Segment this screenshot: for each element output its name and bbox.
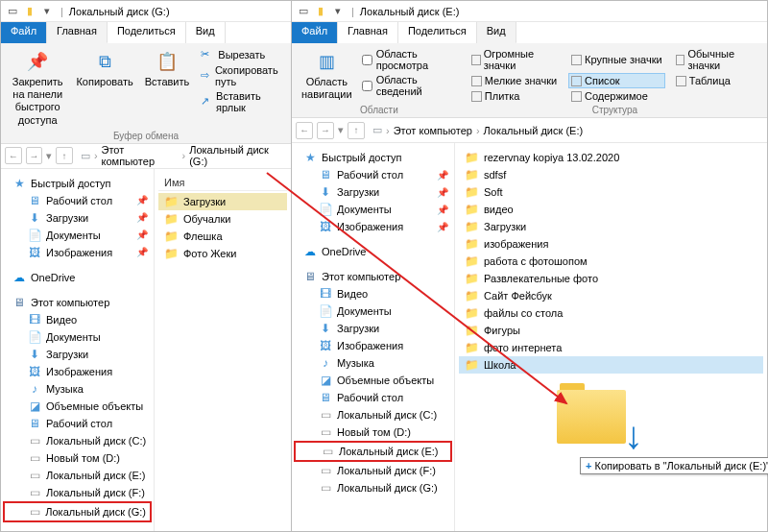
tree-item[interactable]: ▭Локальный диск (G:) <box>3 501 152 522</box>
view-option[interactable]: Обычные значки <box>673 47 761 72</box>
nav-pane-button[interactable]: ▥Область навигации <box>298 47 356 103</box>
nav-forward-button[interactable]: → <box>317 122 334 139</box>
tree-item[interactable]: ▭Новый том (D:) <box>3 449 152 467</box>
tree-item[interactable]: ⬇Загрузки📌 <box>294 183 452 201</box>
breadcrumb[interactable]: ▭ › Этот компьютер › Локальный диск (G:) <box>81 144 287 167</box>
column-header-name[interactable]: Имя <box>158 175 287 191</box>
tab-home[interactable]: Главная <box>338 22 398 43</box>
crumb[interactable]: Этот компьютер <box>102 144 179 167</box>
tab-view[interactable]: Вид <box>477 22 516 43</box>
list-item[interactable]: 📁файлы со стола <box>459 304 763 322</box>
list-item[interactable]: 📁Сайт Фейсбук <box>459 287 763 304</box>
tree-this-pc[interactable]: 🖥Этот компьютер <box>3 294 152 311</box>
nav-tree[interactable]: ★Быстрый доступ🖥Рабочий стол📌⬇Загрузки📌📄… <box>292 143 455 531</box>
tree-item[interactable]: ▭Локальный диск (F:) <box>294 462 452 479</box>
tree-item[interactable]: ◪Объемные объекты <box>294 372 452 389</box>
list-item[interactable]: 📁Soft <box>459 183 763 201</box>
details-pane-check[interactable]: Область сведений <box>360 73 461 98</box>
crumb[interactable]: Локальный диск (E:) <box>484 125 584 136</box>
copy-button[interactable]: ⧉Копировать <box>72 47 136 129</box>
tree-item[interactable]: ▭Локальный диск (G:) <box>294 479 452 496</box>
tree-item[interactable]: ▭Локальный диск (E:) <box>3 467 152 484</box>
view-option[interactable]: Мелкие значки <box>468 73 561 88</box>
copy-path-button[interactable]: ⇨Скопировать путь <box>197 63 285 88</box>
list-item[interactable]: 📁Загрузки <box>459 218 763 235</box>
chevron-down-icon[interactable]: ▾ <box>338 124 344 136</box>
nav-up-button[interactable]: ↑ <box>56 147 73 164</box>
tree-this-pc[interactable]: 🖥Этот компьютер <box>294 268 452 285</box>
list-item[interactable]: 📁Загрузки <box>158 193 287 210</box>
tree-item[interactable]: ◪Объемные объекты <box>3 398 152 415</box>
tree-item[interactable]: ▭Локальный диск (C:) <box>3 432 152 449</box>
tree-onedrive[interactable]: ☁OneDrive <box>3 269 152 286</box>
tree-item[interactable]: ▭Локальный диск (F:) <box>3 484 152 501</box>
crumb[interactable]: Этот компьютер <box>394 125 472 136</box>
crumb[interactable]: Локальный диск (G:) <box>189 144 287 167</box>
list-item[interactable]: 📁sdfsf <box>459 166 763 183</box>
list-item[interactable]: 📁Фото Жеки <box>158 245 287 262</box>
nav-up-button[interactable]: ↑ <box>348 122 365 139</box>
pin-quick-access-button[interactable]: 📌Закрепить на панели быстрого доступа <box>7 47 68 129</box>
tree-item[interactable]: 🖥Рабочий стол📌 <box>3 192 152 209</box>
tree-item[interactable]: ⬇Загрузки <box>3 346 152 363</box>
list-item[interactable]: 📁Флешка <box>158 228 287 245</box>
list-item[interactable]: 📁Развлекательные фото <box>459 270 763 287</box>
tree-item[interactable]: ▭Новый том (D:) <box>294 423 452 441</box>
list-item[interactable]: 📁видео <box>459 201 763 218</box>
view-option[interactable]: Плитка <box>468 89 561 103</box>
tab-home[interactable]: Главная <box>47 22 108 43</box>
cut-button[interactable]: ✂Вырезать <box>197 47 285 62</box>
tree-onedrive[interactable]: ☁OneDrive <box>294 243 452 260</box>
nav-back-button[interactable]: ← <box>296 122 313 139</box>
list-item[interactable]: 📁rezervnay kopiya 13.02.2020 <box>459 149 763 166</box>
tree-item[interactable]: 🖥Рабочий стол <box>294 389 452 406</box>
tree-item[interactable]: 🎞Видео <box>3 311 152 328</box>
tree-item[interactable]: 🖥Рабочий стол📌 <box>294 166 452 183</box>
preview-pane-check[interactable]: Область просмотра <box>360 47 461 72</box>
tree-item[interactable]: 🖼Изображения <box>294 337 452 354</box>
tree-item[interactable]: 📄Документы <box>294 302 452 320</box>
paste-shortcut-button[interactable]: ↗Вставить ярлык <box>197 89 285 114</box>
list-item[interactable]: 📁Фигуры <box>459 322 763 339</box>
tab-file[interactable]: Файл <box>292 22 338 43</box>
tree-item[interactable]: 🎞Видео <box>294 285 452 302</box>
tree-item[interactable]: 📄Документы <box>3 328 152 346</box>
dropdown-icon[interactable]: ▾ <box>39 4 55 19</box>
breadcrumb[interactable]: ▭ › Этот компьютер › Локальный диск (E:) <box>372 124 583 136</box>
tree-item[interactable]: 🖼Изображения📌 <box>294 218 452 235</box>
view-option[interactable]: Содержимое <box>568 89 665 103</box>
tree-item[interactable]: ▭Локальный диск (E:) <box>294 441 452 462</box>
view-option[interactable]: Список <box>568 73 665 88</box>
view-option[interactable]: Таблица <box>673 73 761 88</box>
tab-file[interactable]: Файл <box>1 22 47 43</box>
tree-item[interactable]: ⬇Загрузки📌 <box>3 209 152 227</box>
tab-share[interactable]: Поделиться <box>398 22 477 43</box>
file-list[interactable]: Имя 📁Загрузки📁Обучалки📁Флешка📁Фото Жеки <box>155 169 291 531</box>
dropdown-icon[interactable]: ▾ <box>330 4 346 19</box>
view-option[interactable]: Крупные значки <box>568 47 665 72</box>
tree-item[interactable]: 📄Документы📌 <box>3 227 152 244</box>
tree-item[interactable]: 🖼Изображения📌 <box>3 244 152 261</box>
tree-quick-access[interactable]: ★Быстрый доступ <box>294 149 452 166</box>
tree-item[interactable]: 🖥Рабочий стол <box>3 415 152 432</box>
list-item[interactable]: 📁Школа <box>459 356 763 374</box>
tree-item[interactable]: ▭Локальный диск (C:) <box>294 406 452 423</box>
chevron-down-icon[interactable]: ▾ <box>46 150 52 162</box>
tree-item[interactable]: 🖼Изображения <box>3 363 152 380</box>
view-option[interactable]: Огромные значки <box>468 47 561 72</box>
nav-tree[interactable]: ★Быстрый доступ🖥Рабочий стол📌⬇Загрузки📌📄… <box>1 169 155 531</box>
tab-view[interactable]: Вид <box>186 22 226 43</box>
tree-item[interactable]: ♪Музыка <box>294 354 452 372</box>
tree-quick-access[interactable]: ★Быстрый доступ <box>3 175 152 192</box>
list-item[interactable]: 📁изображения <box>459 235 763 253</box>
list-item[interactable]: 📁фото интернета <box>459 339 763 356</box>
tree-item[interactable]: ⬇Загрузки <box>294 320 452 337</box>
nav-forward-button[interactable]: → <box>26 147 43 164</box>
tree-item[interactable]: 📄Документы📌 <box>294 201 452 218</box>
tab-share[interactable]: Поделиться <box>108 22 186 43</box>
paste-button[interactable]: 📋Вставить <box>141 47 194 129</box>
tree-item[interactable]: ♪Музыка <box>3 380 152 398</box>
list-item[interactable]: 📁Обучалки <box>158 210 287 228</box>
nav-back-button[interactable]: ← <box>5 147 22 164</box>
list-item[interactable]: 📁работа с фотошопом <box>459 253 763 270</box>
